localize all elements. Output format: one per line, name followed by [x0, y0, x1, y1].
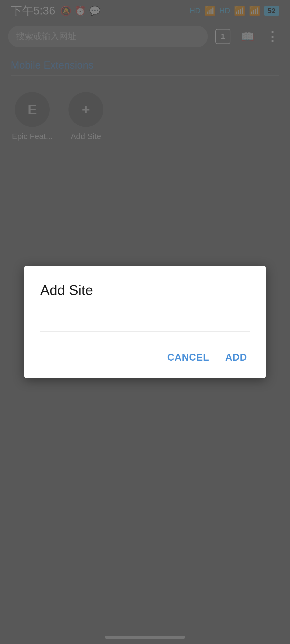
add-site-dialog: Add Site CANCEL ADD — [24, 266, 266, 378]
dialog-input-container — [40, 314, 250, 331]
cancel-button[interactable]: CANCEL — [165, 347, 212, 367]
dialog-buttons: CANCEL ADD — [40, 347, 250, 367]
dialog-title: Add Site — [40, 282, 250, 298]
site-url-input[interactable] — [40, 314, 250, 331]
modal-overlay: Add Site CANCEL ADD — [0, 0, 290, 644]
add-button[interactable]: ADD — [223, 347, 250, 367]
